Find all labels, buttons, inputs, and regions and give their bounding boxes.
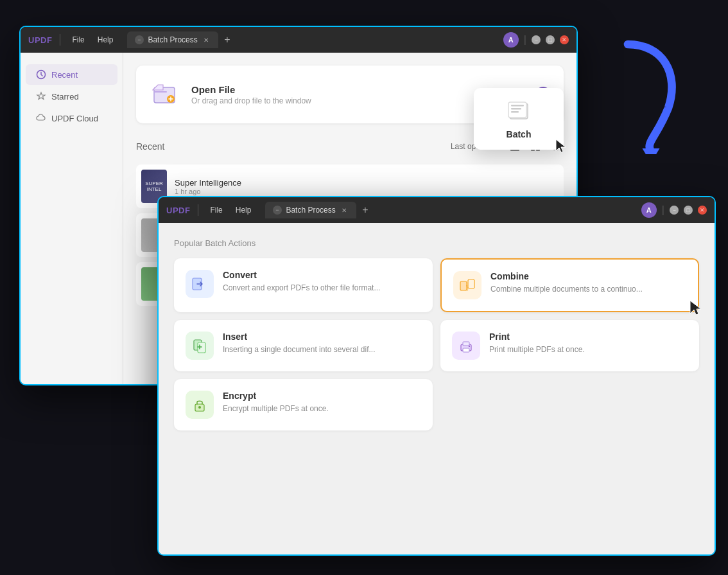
sidebar-cloud-label: UPDF Cloud [51,114,98,123]
tabs-front: － Batch Process ✕ + [265,202,636,218]
avatar-back[interactable]: A [503,32,519,48]
svg-rect-3 [154,91,167,93]
open-file-title: Open File [191,84,311,95]
svg-rect-24 [198,342,205,353]
brand-back: UPDF [28,35,52,45]
tab-close-front[interactable]: ✕ [340,206,349,215]
max-btn-back[interactable]: □ [546,35,555,44]
combine-text: Combine Combine multiple documents to a … [490,271,643,295]
combine-cursor-icon [688,298,707,320]
menu-help-front[interactable]: Help [232,204,256,216]
brand-front: UPDF [166,206,190,215]
batch-cursor-icon [553,137,571,157]
svg-rect-26 [463,342,469,346]
svg-rect-16 [508,102,526,118]
encrypt-text: Encrypt Encrypt multiple PDFs at once. [223,391,329,414]
svg-marker-0 [643,148,660,154]
batch-window-body: Popular Batch Actions Convert Convert an… [159,223,715,554]
titlebar-front: UPDF File Help － Batch Process ✕ + A | －… [159,197,715,223]
sep1 [60,34,60,46]
print-icon [452,332,480,360]
separator-dots: | [524,34,526,46]
insert-icon [186,332,214,360]
combine-icon [453,271,481,299]
batch-content: Popular Batch Actions Convert Convert an… [159,223,715,554]
tab-minus-front: － [273,206,282,215]
win-controls-front: A | － □ ✕ [641,202,707,218]
svg-rect-27 [463,348,469,352]
batch-tooltip-icon [506,98,532,124]
recent-title: Recent [136,141,164,152]
open-file-text: Open File Or drag and drop file to the w… [191,84,311,105]
starred-icon [36,91,46,102]
svg-point-28 [469,346,470,347]
file-info-0: Super Intelligence 1 hr ago [175,178,241,195]
batch-tooltip: Batch [474,88,564,150]
combine-label: Combine [490,271,643,281]
open-file-subtitle: Or drag and drop file to the window [191,96,311,105]
convert-text: Convert Convert and export PDFs to other… [223,270,380,294]
max-btn-front[interactable]: □ [684,206,693,215]
close-btn-back[interactable]: ✕ [560,35,569,44]
tab-minus-icon: － [135,35,144,44]
tab-close-back[interactable]: ✕ [202,35,211,44]
batch-card-encrypt[interactable]: Encrypt Encrypt multiple PDFs at once. [174,379,433,430]
encrypt-label: Encrypt [223,391,329,401]
svg-rect-17 [511,105,524,107]
window-front: UPDF File Help － Batch Process ✕ + A | －… [157,196,716,556]
sidebar-starred-label: Starred [51,92,79,102]
batch-card-insert[interactable]: Insert Inserting a single document into … [174,320,433,371]
titlebar-back: UPDF File Help － Batch Process ✕ + A | －… [21,27,576,53]
sidebar-back: Recent Starred UPDF Cloud [21,53,123,384]
svg-rect-21 [460,281,467,290]
sidebar-recent-label: Recent [51,70,78,80]
tab-batch-back[interactable]: － Batch Process ✕ [127,31,218,48]
encrypt-icon [186,391,214,419]
batch-tooltip-label: Batch [507,129,532,139]
encrypt-desc: Encrypt multiple PDFs at once. [223,403,329,414]
combine-desc: Combine multiple documents to a continuo… [490,284,643,295]
print-text: Print Print multiple PDFs at once. [489,332,585,355]
batch-grid: Convert Convert and export PDFs to other… [174,258,699,430]
cloud-icon [36,113,46,123]
sep-front: | [662,204,664,216]
svg-rect-19 [511,111,519,113]
svg-point-30 [198,406,201,409]
batch-card-print[interactable]: Print Print multiple PDFs at once. [440,320,699,371]
min-btn-back[interactable]: － [532,35,541,44]
convert-icon [186,270,214,298]
popular-title: Popular Batch Actions [174,238,699,248]
print-desc: Print multiple PDFs at once. [489,344,585,355]
sep2 [198,204,198,216]
sidebar-item-recent[interactable]: Recent [26,64,117,85]
file-name-0: Super Intelligence [175,178,241,188]
batch-card-convert[interactable]: Convert Convert and export PDFs to other… [174,258,433,312]
insert-text: Insert Inserting a single document into … [223,332,375,355]
avatar-front[interactable]: A [641,202,657,218]
convert-label: Convert [223,270,380,280]
convert-desc: Convert and export PDFs to other file fo… [223,283,380,294]
min-btn-front[interactable]: － [670,206,679,215]
menu-file-back[interactable]: File [68,34,88,46]
menu-file-front[interactable]: File [206,204,226,216]
print-label: Print [489,332,585,342]
open-file-icon [149,78,181,111]
close-btn-front[interactable]: ✕ [698,206,707,215]
insert-desc: Inserting a single document into several… [223,344,375,355]
tab-add-front[interactable]: + [359,204,372,217]
sidebar-item-starred[interactable]: Starred [26,86,117,107]
tabs-back: － Batch Process ✕ + [127,31,498,48]
tab-add-back[interactable]: + [221,33,234,46]
win-controls-back: A | － □ ✕ [503,32,569,48]
file-time-0: 1 hr ago [175,188,241,195]
svg-rect-18 [511,108,521,110]
insert-label: Insert [223,332,375,342]
menu-help-back[interactable]: Help [94,34,117,46]
batch-card-combine[interactable]: Combine Combine multiple documents to a … [440,258,699,312]
tab-batch-front[interactable]: － Batch Process ✕ [265,202,356,218]
sidebar-item-cloud[interactable]: UPDF Cloud [26,108,117,128]
svg-rect-22 [468,279,474,288]
recent-icon [36,69,46,80]
